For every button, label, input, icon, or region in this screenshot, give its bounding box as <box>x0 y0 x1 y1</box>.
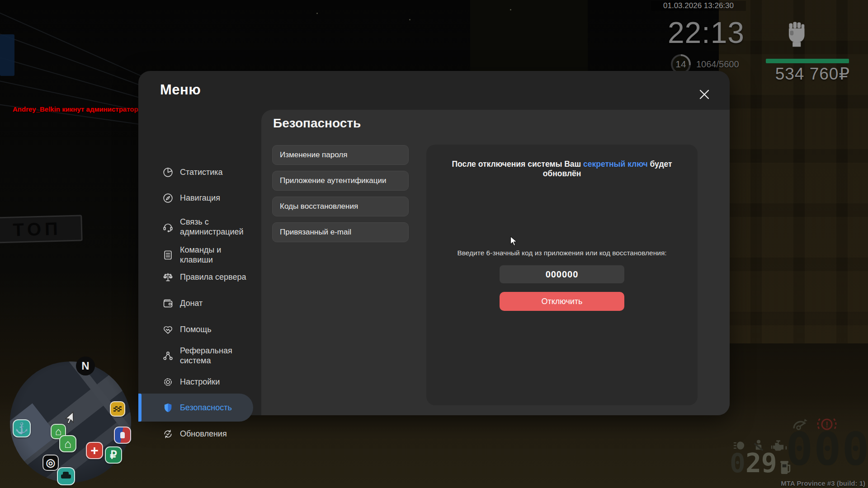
medical-cross-icon: + <box>90 443 99 458</box>
fuel-digit-dim: 0 <box>730 450 745 476</box>
anchor-icon: ⚓ <box>15 422 28 435</box>
hud-clock: 22:13 <box>661 15 751 50</box>
ruble-blip: ₽ <box>105 446 122 464</box>
fist-weapon-icon <box>783 18 811 56</box>
selected-accent-bar <box>138 394 142 422</box>
sidebar-item-commands[interactable]: Команды и клавиши <box>138 242 253 267</box>
home-icon: ⌂ <box>64 437 71 451</box>
menu-content: Безопасность Изменение пароляПриложение … <box>261 110 730 415</box>
security-option-button[interactable]: Привязанный e-mail <box>272 222 409 242</box>
referral-icon <box>161 349 175 362</box>
secret-key-link[interactable]: секретный ключ <box>583 160 648 169</box>
medical-blip: + <box>86 442 103 459</box>
help-icon <box>161 323 175 336</box>
sidebar-item-headset[interactable]: Связь с администрацией <box>138 214 253 239</box>
police-officer-icon <box>120 432 125 438</box>
rules-icon <box>161 270 175 284</box>
menu-title: Меню <box>160 82 201 98</box>
sidebar-item-stats[interactable]: Статистика <box>138 163 253 181</box>
sidebar-item-label: Безопасность <box>180 403 252 413</box>
sidebar-item-rules[interactable]: Правила сервера <box>138 268 253 286</box>
menu-sidebar: Статистика Навигация Связь с администрац… <box>138 110 261 415</box>
commands-icon <box>161 248 175 262</box>
car-blip <box>57 467 75 485</box>
fuel-digits: 29 <box>745 450 777 476</box>
streetlight <box>510 9 511 10</box>
hud-datetime: 01.03.2026 13:26:30 <box>651 1 746 11</box>
sidebar-item-referral[interactable]: Реферальная система <box>138 343 253 368</box>
security-option-button[interactable]: Приложение аутентификации <box>272 171 409 191</box>
fuel-pump-icon <box>779 460 793 475</box>
target-blip: ◎ <box>42 455 59 471</box>
sidebar-item-updates[interactable]: Обновления <box>138 425 253 443</box>
sidebar-item-label: Обновления <box>180 429 252 439</box>
mouse-cursor <box>509 236 519 249</box>
stop-sign: ТОП <box>0 215 83 243</box>
code-instruction: Введите 6-значный код из приложения или … <box>426 249 698 257</box>
anchor-blip: ⚓ <box>13 419 31 437</box>
sidebar-item-navigation[interactable]: Навигация <box>138 189 253 207</box>
close-icon[interactable] <box>696 86 712 103</box>
streetlight <box>409 19 410 20</box>
navigation-icon <box>161 191 175 205</box>
sidebar-item-label: Команды и клавиши <box>180 245 252 265</box>
code-input[interactable] <box>500 265 624 283</box>
speedometer: 000 <box>786 426 867 473</box>
stats-icon <box>161 165 175 179</box>
player-arrow-icon <box>64 412 78 427</box>
fuel-gauge: 029 <box>730 450 793 476</box>
money-display: 534 760₽ <box>748 64 850 84</box>
crossing-sign <box>0 34 14 76</box>
sidebar-item-label: Реферальная система <box>180 346 252 366</box>
sidebar-item-security[interactable]: Безопасность <box>138 394 253 422</box>
compass-north-badge: N <box>76 357 95 375</box>
security-icon <box>161 401 175 414</box>
car-icon <box>61 474 71 479</box>
ammo-reserve-count: 1064/5600 <box>696 59 739 70</box>
sidebar-item-donate[interactable]: Донат <box>138 294 253 312</box>
updates-icon <box>161 427 175 441</box>
police-blip <box>114 427 131 444</box>
server-watermark: MTA Province #3 (build: 1) <box>781 479 865 487</box>
target-icon: ◎ <box>46 456 56 469</box>
ammo-clip-count: 14 <box>675 59 686 70</box>
sidebar-item-label: Навигация <box>180 193 252 203</box>
donate-icon <box>161 296 175 310</box>
taxi-checker-icon <box>113 406 122 412</box>
secret-key-notice: После отключения системы Ваш секретный к… <box>426 160 698 178</box>
settings-icon <box>161 375 175 389</box>
health-bar <box>766 59 849 63</box>
ruble-icon: ₽ <box>110 449 117 461</box>
home-blip: ⌂ <box>59 435 76 452</box>
sidebar-item-label: Помощь <box>180 324 252 335</box>
security-option-button[interactable]: Коды восстановления <box>272 197 409 216</box>
sidebar-item-label: Связь с администрацией <box>180 217 252 237</box>
sidebar-item-settings[interactable]: Настройки <box>138 373 253 391</box>
sidebar-item-label: Статистика <box>180 167 252 178</box>
disable-2fa-button[interactable]: Отключить <box>500 292 624 311</box>
section-title: Безопасность <box>273 116 361 131</box>
menu-modal: Меню Статистика Навигация Связь с админи… <box>138 71 730 415</box>
sidebar-item-label: Настройки <box>180 377 252 387</box>
headset-icon <box>161 220 175 234</box>
streetlight <box>316 13 318 14</box>
security-actions: Изменение пароляПриложение аутентификаци… <box>272 145 409 248</box>
notice-text: После отключения системы Ваш <box>452 160 583 169</box>
sidebar-item-help[interactable]: Помощь <box>138 320 253 338</box>
sidebar-item-label: Донат <box>180 298 252 309</box>
auth-panel: После отключения системы Ваш секретный к… <box>426 145 698 405</box>
taxi-blip <box>110 401 125 417</box>
sidebar-item-label: Правила сервера <box>180 272 252 282</box>
security-option-button[interactable]: Изменение пароля <box>272 145 409 165</box>
